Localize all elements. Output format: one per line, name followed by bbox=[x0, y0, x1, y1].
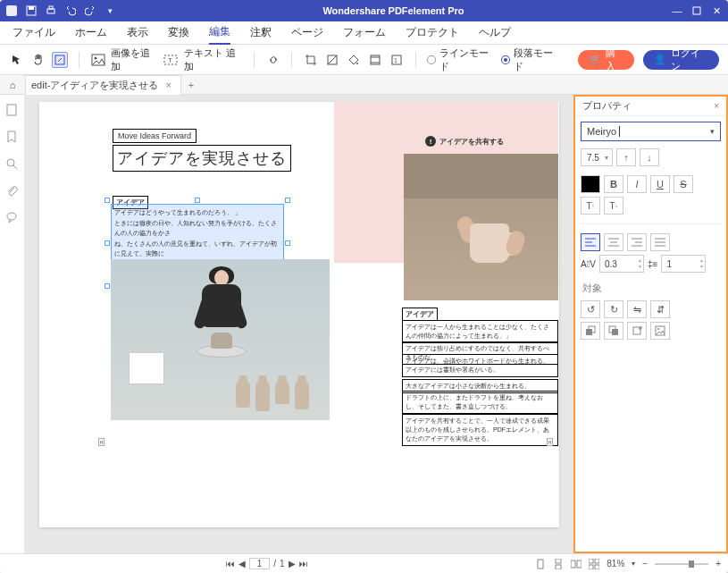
menu-form[interactable]: フォーム bbox=[343, 21, 386, 44]
para-r3[interactable]: アイデアは、会議やホワイトボードから生まれる。アイデアには書類や署名がいる。 bbox=[402, 354, 558, 377]
align-left-button[interactable] bbox=[581, 233, 600, 251]
add-image-label[interactable]: 画像を追加 bbox=[111, 46, 158, 73]
align-center-button[interactable] bbox=[604, 233, 623, 251]
page-prev-icon[interactable]: ◀ bbox=[238, 559, 246, 569]
para-r1[interactable]: アイデアは一人から生まれることは少なく、たくさんの仲間の協力によって生まれる。」 bbox=[402, 320, 558, 343]
line-spacing-input[interactable]: 1▴▾ bbox=[661, 255, 706, 273]
document-tab[interactable]: edit-アイディアを実現させる × bbox=[25, 75, 181, 95]
page-total: 1 bbox=[280, 559, 285, 569]
page-current[interactable]: 1 bbox=[249, 558, 271, 569]
view-continuous-icon[interactable] bbox=[553, 559, 564, 569]
buy-button[interactable]: 🛒 購入 bbox=[578, 50, 634, 70]
hand-icon[interactable] bbox=[30, 52, 46, 68]
idea-label-right[interactable]: アイデア bbox=[402, 308, 438, 321]
font-color-swatch[interactable] bbox=[581, 175, 600, 193]
bates-icon[interactable]: 1 bbox=[389, 52, 405, 68]
new-tab-icon[interactable]: + bbox=[181, 80, 201, 90]
strikethrough-button[interactable]: S bbox=[674, 175, 693, 193]
svg-rect-0 bbox=[6, 5, 17, 16]
mug-image[interactable] bbox=[404, 154, 558, 300]
header-footer-icon[interactable] bbox=[367, 52, 383, 68]
zoom-slider[interactable] bbox=[655, 563, 708, 565]
page-last-icon[interactable]: ⏭ bbox=[299, 559, 308, 569]
replace-image-icon[interactable] bbox=[650, 322, 670, 340]
status-bar: ⏮ ◀ 1 / 1 ▶ ⏭ 81% ▾ − + bbox=[0, 553, 728, 573]
comments-icon[interactable] bbox=[5, 211, 20, 225]
zoom-value[interactable]: 81% bbox=[607, 559, 624, 569]
para-r5[interactable]: ドラフトの上に、またドラフトを重ね、考えなおし、そしてまた、書き直しつづける。 bbox=[402, 391, 558, 414]
redo-icon[interactable] bbox=[84, 4, 96, 17]
pdf-page: Move Ideas Forward アイデアを実現させる ! アイデアを共有す… bbox=[39, 102, 559, 527]
close-icon[interactable]: ✕ bbox=[710, 4, 723, 17]
minimize-icon[interactable]: — bbox=[671, 4, 683, 17]
menu-file[interactable]: ファイル bbox=[13, 21, 55, 44]
watermark-icon[interactable] bbox=[324, 52, 340, 68]
bookmarks-icon[interactable] bbox=[5, 131, 20, 145]
dropdown-icon[interactable]: ▾ bbox=[104, 4, 116, 17]
send-back-icon[interactable] bbox=[604, 322, 623, 340]
paragraph-mode-radio[interactable]: 段落モード bbox=[501, 46, 560, 73]
tag-left: H bbox=[98, 438, 105, 446]
text-header-en[interactable]: Move Ideas Forward bbox=[113, 129, 197, 143]
thumbnails-icon[interactable] bbox=[5, 104, 20, 118]
view-two-icon[interactable] bbox=[571, 559, 582, 569]
decrease-size-icon[interactable]: ↓ bbox=[640, 148, 659, 166]
menu-help[interactable]: ヘルプ bbox=[479, 21, 511, 44]
flip-vertical-icon[interactable]: ⇵ bbox=[650, 300, 670, 318]
align-justify-button[interactable] bbox=[650, 233, 670, 251]
view-single-icon[interactable] bbox=[535, 559, 546, 569]
font-size-select[interactable]: 7.5▾ bbox=[581, 148, 613, 166]
pottery-image[interactable] bbox=[111, 259, 330, 420]
page-first-icon[interactable]: ⏮ bbox=[226, 559, 235, 569]
background-icon[interactable] bbox=[346, 52, 362, 68]
maximize-icon[interactable] bbox=[690, 4, 703, 17]
extract-icon[interactable] bbox=[627, 322, 647, 340]
zoom-in-icon[interactable]: + bbox=[715, 559, 721, 569]
bring-front-icon[interactable] bbox=[581, 322, 600, 340]
svg-rect-3 bbox=[47, 9, 54, 13]
superscript-button[interactable]: T↑ bbox=[581, 197, 600, 215]
edit-selection-icon[interactable] bbox=[52, 52, 68, 68]
char-spacing-input[interactable]: 0.3▴▾ bbox=[599, 255, 644, 273]
print-icon[interactable] bbox=[45, 4, 57, 17]
select-pointer-icon[interactable] bbox=[9, 52, 25, 68]
subscript-button[interactable]: T↓ bbox=[604, 197, 623, 215]
rotate-ccw-icon[interactable]: ↺ bbox=[581, 300, 600, 318]
add-image-icon[interactable] bbox=[90, 52, 105, 68]
rotate-cw-icon[interactable]: ↻ bbox=[604, 300, 623, 318]
crop-icon[interactable] bbox=[303, 52, 319, 68]
page-next-icon[interactable]: ▶ bbox=[289, 559, 296, 569]
menu-edit[interactable]: 編集 bbox=[209, 21, 230, 45]
italic-button[interactable]: I bbox=[627, 175, 647, 193]
increase-size-icon[interactable]: ↑ bbox=[616, 148, 636, 166]
document-viewport[interactable]: Move Ideas Forward アイデアを実現させる ! アイデアを共有す… bbox=[25, 95, 573, 553]
text-header-jp[interactable]: アイデアを実現させる bbox=[113, 145, 291, 172]
menu-comment[interactable]: 注釈 bbox=[250, 21, 272, 44]
menu-convert[interactable]: 変換 bbox=[168, 21, 189, 44]
tab-close-icon[interactable]: × bbox=[165, 80, 171, 90]
view-two-cont-icon[interactable] bbox=[589, 559, 599, 569]
share-heading[interactable]: ! アイデアを共有する bbox=[425, 136, 504, 147]
flip-horizontal-icon[interactable]: ⇋ bbox=[627, 300, 647, 318]
search-icon[interactable] bbox=[5, 157, 20, 172]
attachment-icon[interactable] bbox=[5, 184, 20, 198]
align-right-button[interactable] bbox=[627, 233, 647, 251]
add-text-label[interactable]: テキスト 追加 bbox=[184, 46, 243, 73]
bold-button[interactable]: B bbox=[604, 175, 623, 193]
panel-close-icon[interactable]: × bbox=[714, 101, 719, 111]
login-button[interactable]: 👤 ログイン bbox=[643, 50, 719, 70]
save-icon[interactable] bbox=[25, 4, 38, 17]
menu-protect[interactable]: プロテクト bbox=[406, 21, 459, 44]
undo-icon[interactable] bbox=[64, 4, 77, 17]
line-mode-radio[interactable]: ラインモード bbox=[427, 46, 496, 73]
menu-home[interactable]: ホーム bbox=[75, 21, 107, 44]
menu-page[interactable]: ページ bbox=[291, 21, 323, 44]
link-icon[interactable] bbox=[265, 52, 280, 68]
zoom-out-icon[interactable]: − bbox=[642, 559, 648, 569]
add-text-icon[interactable]: T bbox=[163, 52, 179, 68]
underline-button[interactable]: U bbox=[650, 175, 670, 193]
menu-view[interactable]: 表示 bbox=[127, 21, 148, 44]
font-family-select[interactable]: Meiryo ▾ bbox=[581, 122, 721, 141]
para-r6[interactable]: アイデアを共有することで、一人で達成できる成果以上のものを残しさせられる。PDF… bbox=[402, 414, 558, 446]
home-tab-icon[interactable]: ⌂ bbox=[0, 80, 25, 90]
